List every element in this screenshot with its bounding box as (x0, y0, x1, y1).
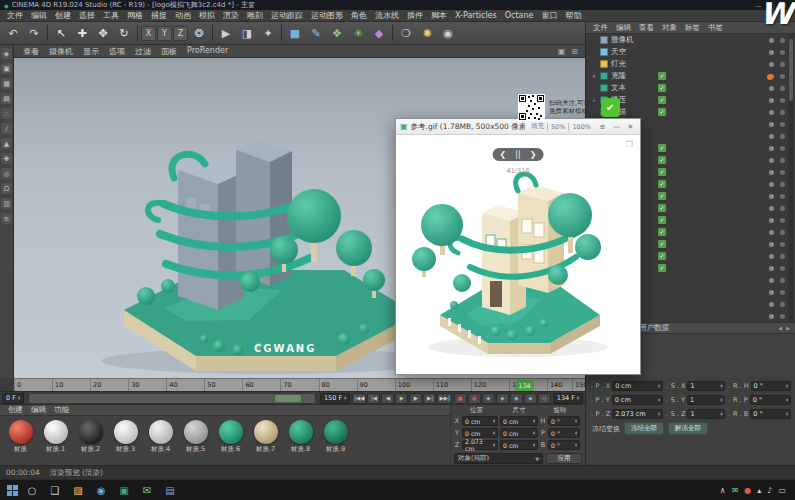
viewport-menu-item[interactable]: 显示 (78, 46, 104, 57)
material-item[interactable]: 材质.5 (181, 420, 210, 454)
previous-frame-button[interactable]: ◀ (381, 393, 394, 404)
object-name[interactable]: 克隆 (611, 71, 655, 81)
render-dot[interactable] (780, 170, 785, 175)
history-back-icon[interactable]: ◀ (776, 325, 784, 331)
axis-mode-button[interactable]: ✚ (1, 153, 12, 164)
freeze-all-button[interactable]: 冻结全部 (624, 422, 664, 435)
expand-arrow-icon[interactable]: ▾ (591, 73, 597, 79)
object-manager-menu-item[interactable]: 编辑 (612, 23, 635, 33)
solo-mode-button[interactable]: ◎ (1, 168, 12, 179)
apply-button[interactable]: 应用 (546, 453, 582, 464)
spinner[interactable] (720, 384, 722, 388)
spinner[interactable] (575, 443, 577, 447)
camera-icon[interactable]: ◉ (438, 24, 458, 43)
menubar-item[interactable]: 流水线 (371, 10, 403, 21)
record-rotation-button[interactable]: ◆ (510, 393, 523, 404)
menubar-item[interactable]: 动画 (171, 10, 195, 21)
go-to-start-button[interactable]: |◀◀ (352, 393, 366, 404)
menubar-item[interactable]: 网格 (123, 10, 147, 21)
coordinate-field[interactable]: 1 (687, 395, 726, 405)
material-item[interactable]: 材质.6 (216, 420, 245, 454)
visibility-dot[interactable] (769, 230, 774, 235)
spinner[interactable] (720, 398, 722, 402)
material-preview[interactable] (44, 420, 68, 444)
material-menu-item[interactable]: 功能 (50, 405, 73, 415)
copy-icon[interactable]: ❐ (626, 140, 633, 149)
visibility-dot[interactable] (769, 206, 774, 211)
history-forward-icon[interactable]: ▶ (784, 325, 792, 331)
object-manager-menu-item[interactable]: 查看 (635, 23, 658, 33)
key-dot[interactable]: ◦ (590, 383, 594, 390)
spinner[interactable] (658, 412, 660, 416)
viewport-menu-item[interactable]: 查看 (18, 46, 44, 57)
object-row[interactable]: 天空 ✓ (586, 46, 788, 58)
viewer-image[interactable]: ❮ || ❯ 41/318 ❐ (396, 135, 640, 374)
render-dot[interactable] (780, 266, 785, 271)
coordinate-field[interactable]: 0 cm (612, 381, 663, 391)
render-dot[interactable] (780, 254, 785, 259)
tray-up-icon[interactable]: ∧ (720, 486, 726, 495)
menubar-item[interactable]: 插件 (403, 10, 427, 21)
generator-icon[interactable]: ❖ (327, 24, 347, 43)
visibility-dot[interactable] (769, 50, 774, 55)
viewport-menu-item[interactable]: ProRender (182, 46, 233, 57)
visibility-dot[interactable] (769, 302, 774, 307)
render-dot[interactable] (780, 122, 785, 127)
coordinate-field[interactable]: 2.073 cm (612, 409, 663, 419)
keyframe-selection-button[interactable]: ◇ (538, 393, 551, 404)
spinner[interactable] (577, 396, 579, 400)
texture-mode-button[interactable]: ▦ (1, 78, 12, 89)
workplane-button[interactable]: ▤ (1, 93, 12, 104)
notification-icon[interactable]: ▭ (778, 486, 786, 495)
object-tree-scrollbar[interactable] (788, 34, 794, 322)
object-row[interactable]: ▾ 克隆 ✓ (586, 70, 788, 82)
visibility-dot[interactable] (769, 290, 774, 295)
visibility-dot[interactable] (769, 254, 774, 259)
spinner[interactable] (533, 431, 535, 435)
render-dot[interactable] (780, 242, 785, 247)
material-preview[interactable] (254, 420, 278, 444)
render-dot[interactable] (780, 206, 785, 211)
material-preview[interactable] (219, 420, 243, 444)
visibility-dot[interactable] (769, 266, 774, 271)
tag-icon[interactable]: ✓ (658, 72, 666, 80)
visibility-dot[interactable] (769, 86, 774, 91)
undo-icon[interactable]: ↶ (3, 24, 23, 43)
visibility-dot[interactable] (769, 134, 774, 139)
lock-x-button[interactable]: X (141, 26, 156, 41)
snap-button[interactable]: Ω (1, 183, 12, 194)
file-explorer-icon[interactable]: ▨ (70, 482, 86, 498)
size-z-field[interactable]: 0 cm (500, 440, 538, 450)
make-editable-button[interactable]: ◈ (1, 48, 12, 59)
quad-view-icon[interactable]: ⊞ (568, 47, 581, 56)
coordinate-field[interactable]: 0 ° (751, 381, 791, 391)
next-frame-button[interactable]: ▶ (409, 393, 422, 404)
spinner[interactable] (493, 443, 495, 447)
search-icon[interactable]: ○ (24, 482, 40, 498)
zoom-fit-button[interactable]: 填充 (528, 122, 547, 131)
model-mode-button[interactable]: ▣ (1, 63, 12, 74)
render-settings-icon[interactable]: ✦ (258, 24, 278, 43)
playhead[interactable]: 134 (515, 380, 534, 391)
key-dot[interactable]: ◦ (727, 397, 731, 404)
spinner[interactable] (533, 419, 535, 423)
key-dot[interactable]: ◦ (665, 397, 669, 404)
material-preview[interactable] (114, 420, 138, 444)
render-dot[interactable] (780, 194, 785, 199)
material-preview[interactable] (79, 420, 103, 444)
visibility-dot[interactable] (769, 170, 774, 175)
material-menu-item[interactable]: 创建 (4, 405, 27, 415)
spinner[interactable] (344, 396, 346, 400)
network-icon[interactable]: ▴ (757, 486, 761, 495)
coordinate-field[interactable]: 1 (687, 381, 725, 391)
light-icon[interactable]: ✺ (417, 24, 437, 43)
tag-icon[interactable]: ✓ (658, 228, 666, 236)
menubar-item[interactable]: 帮助 (561, 10, 585, 21)
tag-icon[interactable]: ✓ (658, 192, 666, 200)
render-dot[interactable] (780, 218, 785, 223)
viewport-menu-item[interactable]: 摄像机 (44, 46, 78, 57)
material-item[interactable]: 材质.2 (76, 420, 105, 454)
object-row[interactable]: 摄像机 ✓ (586, 34, 788, 46)
visibility-dot[interactable] (769, 110, 774, 115)
current-frame-field[interactable]: 134 F (553, 393, 583, 404)
